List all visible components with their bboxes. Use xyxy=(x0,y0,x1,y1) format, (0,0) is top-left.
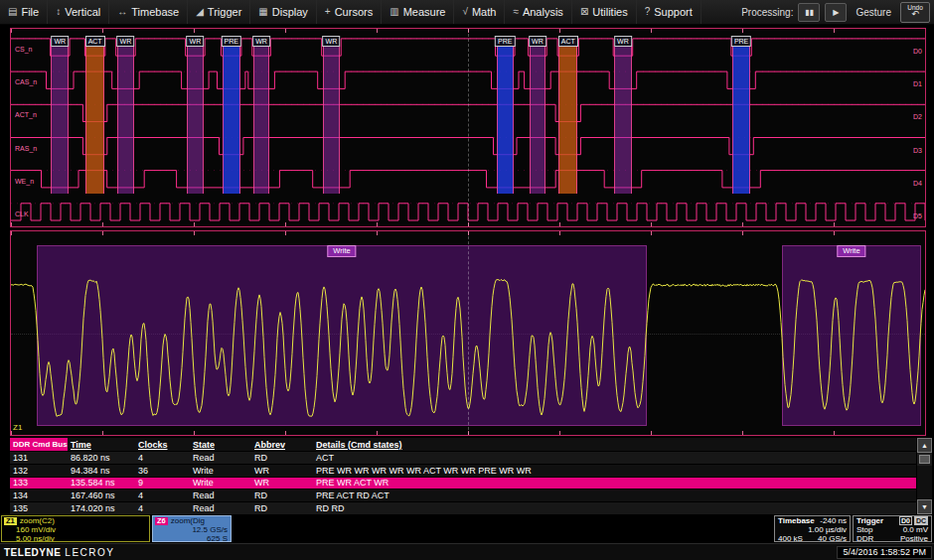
cell-index: 134 xyxy=(10,490,68,500)
table-row-135[interactable]: 135174.020 ns4ReadRDRD RD xyxy=(10,501,916,514)
z1-badge: Z1 xyxy=(4,517,17,525)
pause-button[interactable]: ▮▮ xyxy=(798,3,820,22)
menu-bar: ▤File↕Vertical↔Timebase◢Trigger▦Display+… xyxy=(0,0,934,25)
processing-label: Processing: xyxy=(741,7,793,18)
menu-item-label: Display xyxy=(272,6,308,18)
file-icon: ▤ xyxy=(8,7,17,17)
z1-descriptor-box[interactable]: Z1 zoom(C2) 160 mV/div 5.00 ns/div xyxy=(1,515,150,542)
z6-sample-rate: 12.5 GS/s xyxy=(192,525,228,534)
cmd-bar-act-1[interactable] xyxy=(85,47,103,194)
z1-header: Z1 zoom(C2) xyxy=(2,516,149,525)
col-header-details[interactable]: Details (Cmd states) xyxy=(313,440,916,450)
play-button[interactable]: ▶ xyxy=(825,3,847,22)
menu-item-measure[interactable]: ▥Measure xyxy=(382,0,454,24)
menu-item-trigger[interactable]: ◢Trigger xyxy=(188,0,250,24)
cmd-bar-act-9[interactable] xyxy=(558,47,577,194)
cell-time: 86.820 ns xyxy=(68,453,135,463)
col-header-abbrev[interactable]: Abbrev xyxy=(251,440,313,450)
col-header-clocks[interactable]: Clocks xyxy=(135,440,190,450)
scroll-thumb[interactable] xyxy=(919,455,930,464)
analysis-icon: ≈ xyxy=(513,7,519,17)
menu-item-support[interactable]: ?Support xyxy=(637,0,701,24)
cmd-bar-wr-8[interactable] xyxy=(530,47,546,194)
timebase-sample-line: 400 kS 40 GS/s xyxy=(775,534,850,543)
cell-abbrev: WR xyxy=(251,466,313,476)
cell-time: 167.460 ns xyxy=(68,490,135,500)
cmd-label-wr-2: WR xyxy=(117,36,135,47)
cmd-bar-pre-11[interactable] xyxy=(732,47,750,194)
scroll-up-button[interactable]: ▲ xyxy=(917,438,932,453)
scroll-track[interactable] xyxy=(917,466,932,499)
cell-time: 94.384 ns xyxy=(68,466,135,476)
decode-table-header: DDR Cmd Bus Time Clocks State Abbrev Det… xyxy=(10,438,916,451)
cell-index: 132 xyxy=(10,466,68,476)
cmd-label-pre-4: PRE xyxy=(222,36,241,47)
menu-bar-items: ▤File↕Vertical↔Timebase◢Trigger▦Display+… xyxy=(0,0,701,24)
menu-item-cursors[interactable]: +Cursors xyxy=(317,0,382,24)
timebase-box[interactable]: Timebase -240 ns 1.00 µs/div 400 kS 40 G… xyxy=(774,515,851,542)
menu-item-file[interactable]: ▤File xyxy=(0,0,48,24)
digital-bus-panel[interactable]: CS_nD0CAS_nD1ACT_nD2RAS_nD3WE_nD4CLKD5WR… xyxy=(10,28,926,227)
trigger-label: Trigger xyxy=(856,516,883,525)
cmd-bar-wr-2[interactable] xyxy=(117,47,134,194)
col-header-state[interactable]: State xyxy=(190,440,251,450)
cell-abbrev: RD xyxy=(251,453,313,463)
table-row-132[interactable]: 13294.384 ns36WriteWRPRE WR WR WR WR WR … xyxy=(10,464,916,477)
trigger-mode: Stop xyxy=(856,525,872,534)
cell-abbrev: RD xyxy=(251,490,313,500)
table-row-131[interactable]: 13186.820 ns4ReadRDACT xyxy=(10,451,916,464)
timebase-tdiv-line: 1.00 µs/div xyxy=(775,525,850,534)
table-row-133[interactable]: 133135.584 ns9WriteWRPRE WR ACT WR xyxy=(10,477,916,490)
scroll-down-button[interactable]: ▼ xyxy=(917,499,932,514)
cmd-label-pre-7: PRE xyxy=(495,36,515,47)
menu-item-label: Utilities xyxy=(592,6,627,18)
digital-waveforms xyxy=(11,29,925,226)
z6-samples: 625 S xyxy=(207,534,228,543)
menu-item-label: Measure xyxy=(403,6,446,18)
cell-state: Read xyxy=(190,503,251,513)
cell-abbrev: WR xyxy=(251,478,313,488)
trigger-level: 0.0 mV xyxy=(903,525,928,534)
cell-state: Read xyxy=(190,490,251,500)
cell-index: 131 xyxy=(10,453,68,463)
col-header-time[interactable]: Time xyxy=(68,440,135,450)
cell-clocks: 4 xyxy=(135,503,190,513)
menu-item-vertical[interactable]: ↕Vertical xyxy=(48,0,109,24)
z1-tdiv: 5.00 ns/div xyxy=(16,534,55,543)
trigger-mode-line: Stop 0.0 mV xyxy=(854,525,931,534)
cmd-label-wr-6: WR xyxy=(323,36,341,47)
cmd-label-wr-0: WR xyxy=(51,36,69,47)
timebase-header: Timebase -240 ns xyxy=(775,516,850,525)
menu-item-display[interactable]: ▦Display xyxy=(250,0,317,24)
cmd-bar-wr-5[interactable] xyxy=(253,47,270,194)
cmd-bar-pre-7[interactable] xyxy=(497,47,514,194)
undo-button[interactable]: Undo ↶ xyxy=(900,2,930,23)
trigger-box[interactable]: Trigger D0 DC Stop 0.0 mV DDR Positive xyxy=(853,515,932,542)
analog-zoom-panel[interactable]: WriteWriteZ1 xyxy=(10,230,926,436)
menu-item-math[interactable]: √Math xyxy=(454,0,505,24)
z6-header: Z6 zoom(Dig xyxy=(153,516,231,525)
cmd-bar-wr-10[interactable] xyxy=(614,47,631,194)
menu-item-analysis[interactable]: ≈Analysis xyxy=(505,0,571,24)
menu-item-timebase[interactable]: ↔Timebase xyxy=(109,0,188,24)
cmd-bar-wr-3[interactable] xyxy=(187,47,204,194)
cmd-bar-wr-0[interactable] xyxy=(51,47,68,194)
menu-item-label: Analysis xyxy=(523,6,563,18)
descriptor-bar: Z1 zoom(C2) 160 mV/div 5.00 ns/div Z6 zo… xyxy=(0,515,934,542)
z6-descriptor-box[interactable]: Z6 zoom(Dig 12.5 GS/s 625 S xyxy=(152,515,232,542)
z1-trace-tag: Z1 xyxy=(13,423,22,432)
cell-time: 174.020 ns xyxy=(68,503,135,513)
cmd-bar-wr-6[interactable] xyxy=(323,47,340,194)
table-body: 13186.820 ns4ReadRDACT13294.384 ns36Writ… xyxy=(10,451,916,514)
table-row-134[interactable]: 134167.460 ns4ReadRDPRE ACT RD ACT xyxy=(10,489,916,501)
math-icon: √ xyxy=(462,7,468,17)
menu-item-utilities[interactable]: ⊠Utilities xyxy=(572,0,637,24)
menu-bar-right: Processing: ▮▮ ▶ Gesture Undo ↶ xyxy=(741,2,934,23)
cmd-bar-pre-4[interactable] xyxy=(223,47,240,194)
cell-time: 135.584 ns xyxy=(68,478,135,488)
menu-item-label: Math xyxy=(472,6,496,18)
cmd-label-act-1: ACT xyxy=(85,36,105,47)
cell-state: Read xyxy=(190,453,251,463)
cmd-label-wr-3: WR xyxy=(187,36,205,47)
table-scrollbar[interactable]: ▲ ▼ xyxy=(916,438,932,514)
